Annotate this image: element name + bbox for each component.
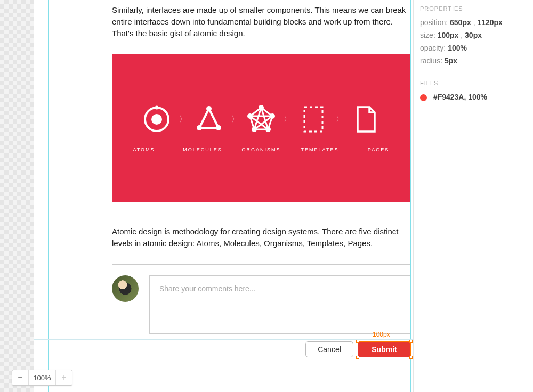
templates-icon: [298, 104, 328, 134]
pages-icon: [351, 104, 381, 134]
atoms-icon: [142, 104, 172, 134]
organisms-icon: [246, 104, 276, 134]
cancel-button[interactable]: Cancel: [305, 341, 353, 357]
svg-point-7: [270, 113, 275, 119]
chevron-right-icon: 〉: [231, 115, 239, 124]
diagram-icons-row: 〉 〉 〉 〉: [142, 104, 381, 134]
diagram-label: ATOMS: [123, 147, 165, 152]
divider: [112, 264, 410, 265]
svg-point-6: [259, 105, 264, 110]
properties-header: PROPERTIES: [420, 5, 527, 12]
property-size: size: 100px , 30px: [420, 31, 527, 39]
svg-rect-11: [304, 107, 322, 132]
property-value[interactable]: 100px: [438, 31, 459, 39]
svg-point-2: [155, 105, 159, 109]
zoom-value[interactable]: 100%: [28, 370, 56, 385]
measurement-width: 100px: [373, 331, 390, 338]
property-value[interactable]: 100%: [448, 44, 467, 52]
submit-button[interactable]: Submit: [358, 341, 411, 357]
fills-header: FILLS: [420, 80, 527, 86]
property-label: radius:: [420, 56, 442, 65]
article-paragraph-1: Similarly, interfaces are made up of sma…: [112, 4, 410, 39]
diagram-label: TEMPLATES: [298, 147, 341, 152]
svg-point-3: [206, 106, 212, 111]
comment-form: Share your comments here...: [112, 275, 410, 334]
properties-panel: PROPERTIES position: 650px , 1120px size…: [413, 0, 533, 392]
zoom-control: − 100% +: [12, 370, 72, 386]
chevron-right-icon: 〉: [336, 115, 343, 124]
property-separator: ,: [461, 31, 465, 39]
svg-point-1: [151, 114, 162, 125]
article-paragraph-2: Atomic design is methodology for creatin…: [112, 226, 410, 249]
svg-point-10: [247, 113, 253, 119]
property-label: position:: [420, 18, 448, 27]
diagram-label: PAGES: [357, 147, 400, 152]
fill-swatch-icon[interactable]: [420, 94, 427, 101]
fill-color-value: #F9423A: [433, 93, 464, 101]
diagram-label: MOLECULES: [181, 147, 224, 152]
property-value[interactable]: 5px: [445, 56, 457, 65]
avatar: [112, 275, 139, 302]
form-buttons: Cancel Submit: [305, 341, 411, 357]
diagram-labels-row: ATOMS MOLECULES ORGANISMS TEMPLATES PAGE…: [112, 147, 410, 152]
chevron-right-icon: 〉: [179, 115, 187, 124]
canvas-background-pattern: [0, 0, 34, 392]
comment-input[interactable]: Share your comments here...: [149, 275, 410, 334]
atomic-design-diagram: 〉 〉 〉 〉 ATOMS MOLECULES: [112, 54, 410, 202]
property-value[interactable]: 650px: [450, 18, 471, 27]
property-value[interactable]: 1120px: [477, 18, 502, 27]
property-value[interactable]: 30px: [465, 31, 482, 39]
svg-point-8: [265, 127, 271, 132]
property-opacity: opacity: 100%: [420, 44, 527, 52]
property-label: opacity:: [420, 44, 446, 52]
property-radius: radius: 5px: [420, 56, 527, 65]
diagram-label: ORGANISMS: [240, 147, 282, 152]
zoom-out-button[interactable]: −: [12, 370, 28, 385]
fill-opacity-value: 100%: [468, 93, 487, 101]
zoom-in-button[interactable]: +: [56, 370, 72, 385]
property-position: position: 650px , 1120px: [420, 18, 527, 27]
svg-point-9: [252, 127, 257, 132]
svg-point-5: [216, 125, 221, 130]
design-canvas[interactable]: Similarly, interfaces are made up of sma…: [34, 0, 413, 392]
molecules-icon: [194, 104, 224, 134]
chevron-right-icon: 〉: [284, 115, 291, 124]
fill-item[interactable]: #F9423A, 100%: [420, 93, 527, 101]
svg-point-4: [197, 125, 202, 130]
property-label: size:: [420, 31, 435, 39]
